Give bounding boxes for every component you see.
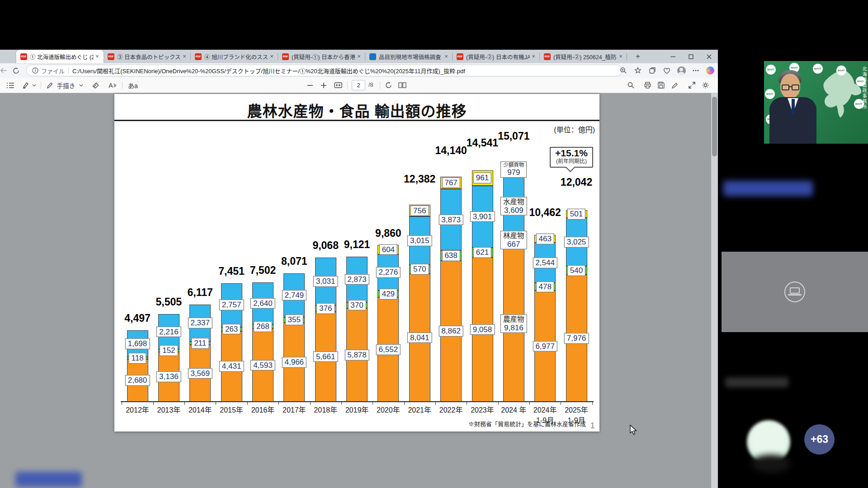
browser-window: PDF① 北海道版輸出めぐじ (2025年11×PDF③ 日本食品のトピックス_… xyxy=(0,50,718,488)
browser-tab[interactable]: PDF(質疑用-②) 日本の有機JAS制度と× xyxy=(453,50,540,63)
maff-logo-icon: MAFF xyxy=(766,65,776,75)
zoom-search-icon[interactable] xyxy=(618,66,628,75)
profile-avatar-icon[interactable] xyxy=(676,66,686,75)
segment-value-label: 3,569 xyxy=(188,368,212,379)
segment-value-label: 2,276 xyxy=(376,267,401,278)
annotate-pen-icon[interactable] xyxy=(670,78,680,93)
tab-close-icon[interactable]: × xyxy=(355,53,363,60)
segment-value-label: 756 xyxy=(410,205,429,216)
segment-value-label: 3,901 xyxy=(470,211,495,222)
bar-total-label: 14,140 xyxy=(435,145,467,157)
webcam-video: MAFF MAFF MAFF MAFF MAFF MAFF MAFF MAFF … xyxy=(764,61,868,144)
browser-tab[interactable]: PDF④ 旭川ブランド化のススメ_追加版.p× xyxy=(191,50,278,63)
segment-value-label: 6,977 xyxy=(533,341,557,352)
segment-value-label: 604 xyxy=(379,244,397,255)
fit-to-width-icon[interactable] xyxy=(333,78,344,93)
presenter-tie xyxy=(792,99,795,114)
zoom-out-icon[interactable] xyxy=(306,78,315,93)
page-number-input[interactable]: 2 xyxy=(352,80,365,90)
tab-title: ④ 旭川ブランド化のススメ_追加版.p xyxy=(204,52,268,61)
tab-close-icon[interactable]: × xyxy=(617,53,624,60)
segment-value-label: 4,966 xyxy=(282,357,307,368)
pdf-favicon: PDF xyxy=(282,53,289,60)
segment-value-label: 3,031 xyxy=(313,276,338,287)
fullscreen-icon[interactable] xyxy=(687,78,697,93)
segment-value-label: 5,878 xyxy=(344,350,369,361)
maff-logo-icon: MAFF xyxy=(836,66,846,75)
segment-value-label: 501 xyxy=(567,209,585,220)
scrollbar[interactable] xyxy=(711,93,718,488)
segment-value-label: 2,749 xyxy=(282,290,307,300)
toc-icon[interactable] xyxy=(5,78,15,93)
copilot-icon[interactable] xyxy=(705,66,715,75)
axis-tick xyxy=(247,402,248,405)
back-icon[interactable] xyxy=(0,67,13,74)
eraser-icon[interactable] xyxy=(90,78,100,93)
laptop-icon-base xyxy=(788,294,802,296)
maximize-button[interactable] xyxy=(682,50,700,63)
browser-tab[interactable]: 品目別現地市場価格調査｜海外マ× xyxy=(365,50,453,63)
bar-total-label: 12,382 xyxy=(404,173,435,185)
close-button[interactable] xyxy=(700,50,718,63)
tab-close-icon[interactable]: × xyxy=(443,53,450,60)
segment-value-label: 2,873 xyxy=(344,274,369,285)
highlighter-icon[interactable] xyxy=(21,78,30,93)
browser-tab[interactable]: PDF(質疑用-②) 250624_植防早見表p× xyxy=(540,50,627,63)
participants-overflow-badge[interactable]: +63 xyxy=(804,424,835,455)
browser-tab[interactable]: PDF(質疑用-①) 日本から香港に冷凍牛× xyxy=(278,50,365,63)
more-menu-icon[interactable] xyxy=(691,66,701,75)
highlighter-chevron-icon[interactable] xyxy=(31,78,37,93)
bar-total-label: 4,497 xyxy=(124,312,151,324)
page-view-icon[interactable] xyxy=(397,78,408,93)
collections-icon[interactable] xyxy=(647,66,657,75)
address-bar-row: ファイル C:/Users/関根礼江(SEKINENorie)/OneDrive… xyxy=(0,63,718,78)
save-icon[interactable] xyxy=(656,78,666,93)
zoom-in-icon[interactable] xyxy=(319,78,328,93)
segment-value-label: 農産物9,816 xyxy=(500,314,527,333)
axis-tick xyxy=(435,402,436,405)
new-tab-button[interactable]: + xyxy=(633,52,643,62)
address-bar[interactable]: ファイル C:/Users/関根礼江(SEKINENorie)/OneDrive… xyxy=(26,65,622,76)
print-icon[interactable] xyxy=(642,78,652,93)
draw-chevron-icon[interactable] xyxy=(78,78,84,93)
scrollbar-thumb[interactable] xyxy=(712,97,717,156)
refresh-icon[interactable] xyxy=(13,67,25,74)
avatar-shadow xyxy=(751,455,790,473)
source-note: ※財務省「貿易統計」を基に農林水産省作成 xyxy=(468,419,586,428)
segment-value-label: 5,661 xyxy=(313,352,338,362)
add-text-icon[interactable]: あa xyxy=(127,78,139,93)
settings-gear-icon[interactable] xyxy=(700,78,710,93)
read-aloud-icon[interactable]: A xyxy=(107,78,118,93)
tab-close-icon[interactable]: × xyxy=(530,53,537,60)
draw-label[interactable]: 手描き xyxy=(55,78,77,93)
redacted-caption-label xyxy=(15,472,82,487)
toolbar-divider xyxy=(41,81,41,89)
minimize-button[interactable] xyxy=(664,50,682,63)
segment-value-label: 水産物3,609 xyxy=(500,197,527,215)
tab-close-icon[interactable]: × xyxy=(94,53,101,60)
tab-close-icon[interactable]: × xyxy=(268,53,275,60)
segment-value-label: 2,640 xyxy=(250,298,275,309)
mouse-cursor xyxy=(629,425,638,436)
browser-essentials-heart-icon[interactable] xyxy=(662,66,672,75)
segment-value-label: 少額貨物979 xyxy=(500,161,527,178)
favorites-star-icon[interactable] xyxy=(633,66,643,75)
browser-tab[interactable]: PDF① 北海道版輸出めぐじ (2025年11× xyxy=(16,50,104,63)
office-name-vertical-text: 北海道農政事務所 xyxy=(861,66,868,110)
hokkaido-map xyxy=(816,68,864,122)
segment-value-label: 3,873 xyxy=(439,214,463,225)
draw-pen-icon[interactable] xyxy=(45,78,54,93)
rotate-icon[interactable] xyxy=(383,78,393,93)
segment-value-label: 211 xyxy=(191,338,209,349)
segment-value-label: 2,337 xyxy=(188,318,212,328)
tab-close-icon[interactable]: × xyxy=(181,53,188,60)
pdf-viewer-area: 農林水産物・食品 輸出額の推移 (単位：億円) 2,6801181,6984,4… xyxy=(0,93,718,488)
window-controls xyxy=(664,50,718,63)
search-icon[interactable] xyxy=(626,78,636,93)
browser-tab[interactable]: PDF③ 日本食品のトピックス_(R7.08.14× xyxy=(104,50,191,63)
axis-tick xyxy=(216,402,216,405)
toolbar-divider xyxy=(380,81,380,89)
redacted-participant-name xyxy=(725,377,788,387)
tab-title: ③ 日本食品のトピックス_(R7.08.14 xyxy=(117,52,181,61)
segment-value-label: 478 xyxy=(536,282,554,292)
